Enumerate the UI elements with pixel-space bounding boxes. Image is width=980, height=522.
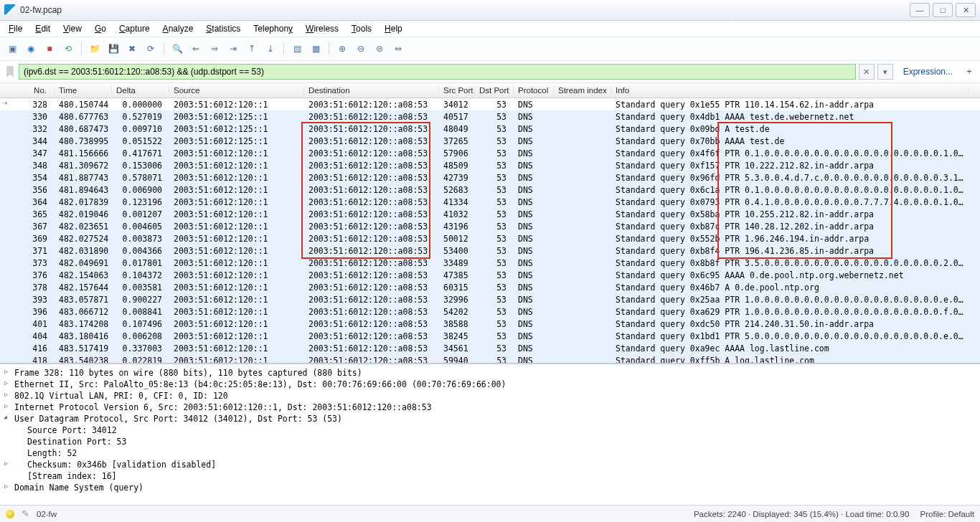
go-forward-icon[interactable]: ⇒: [207, 41, 222, 57]
packet-details-pane[interactable]: Frame 328: 110 bytes on wire (880 bits),…: [0, 364, 980, 507]
packet-row[interactable]: 376482.1540630.1043722003:51:6012:120::1…: [0, 269, 980, 281]
col-srcport[interactable]: Src Port: [439, 86, 475, 95]
menu-file[interactable]: File: [3, 22, 28, 35]
maximize-button[interactable]: □: [933, 3, 953, 17]
packet-list-pane[interactable]: ⇢ No. Time Delta Source Destination Src …: [0, 83, 980, 364]
filter-toolbar: ✕ ▾ Expression... +: [0, 61, 980, 83]
packet-row[interactable]: 418483.5402380.0228192003:51:6012:120::1…: [0, 354, 980, 364]
find-icon[interactable]: 🔍: [169, 41, 185, 57]
packet-row[interactable]: 371482.0318900.0043662003:51:6012:120::1…: [0, 245, 980, 257]
resize-columns-icon[interactable]: ⇔: [390, 41, 406, 57]
tree-udp-length[interactable]: Length: 52: [1, 447, 979, 459]
main-toolbar: ▣ ◉ ■ ⟲ 📁 💾 ✖ ⟳ 🔍 ⇐ ⇒ ⇥ ⤒ ⤓ ▤ ▦ ⊕ ⊖ ⊜ ⇔: [0, 37, 980, 61]
status-profile[interactable]: Profile: Default: [920, 510, 974, 518]
packet-row[interactable]: 393483.0578710.9002272003:51:6012:120::1…: [0, 293, 980, 305]
save-file-icon[interactable]: 💾: [105, 41, 121, 57]
packet-row[interactable]: 348481.3096720.1530062003:51:6012:120::1…: [0, 159, 980, 171]
packet-row[interactable]: 354481.8877430.5780712003:51:6012:120::1…: [0, 171, 980, 184]
status-file: 02-fw: [37, 510, 57, 518]
col-stream[interactable]: Stream index: [554, 86, 611, 95]
packet-row[interactable]: 365482.0190460.0012072003:51:6012:120::1…: [0, 208, 980, 220]
tree-udp-stream[interactable]: [Stream index: 16]: [1, 470, 979, 482]
close-file-icon[interactable]: ✖: [124, 41, 140, 57]
packet-row[interactable]: 356481.8946430.0069002003:51:6012:120::1…: [0, 184, 980, 196]
tree-dns[interactable]: Domain Name System (query): [1, 482, 979, 493]
packet-row[interactable]: 401483.1742080.1074962003:51:6012:120::1…: [0, 318, 980, 330]
zoom-out-icon[interactable]: ⊖: [353, 41, 369, 57]
menu-capture[interactable]: Capture: [113, 22, 156, 35]
tree-ethernet[interactable]: Ethernet II, Src: PaloAlto_05:8e:13 (b4:…: [1, 379, 979, 390]
packet-row[interactable]: 330480.6777630.5270192003:51:6012:125::1…: [0, 110, 980, 123]
expression-button[interactable]: Expression...: [896, 67, 960, 77]
clear-filter-button[interactable]: ✕: [859, 64, 875, 80]
menu-telephony[interactable]: Telephony: [248, 22, 298, 35]
menu-wireless[interactable]: Wireless: [300, 22, 344, 35]
edit-comment-icon[interactable]: ✎: [22, 508, 29, 519]
go-last-icon[interactable]: ⤓: [263, 41, 278, 57]
packet-row[interactable]: 344480.7389950.0515222003:51:6012:125::1…: [0, 135, 980, 147]
tree-vlan[interactable]: 802.1Q Virtual LAN, PRI: 0, CFI: 0, ID: …: [1, 390, 979, 402]
tree-udp-srcport[interactable]: Source Port: 34012: [1, 424, 979, 436]
packet-row[interactable]: 332480.6874730.0097102003:51:6012:125::1…: [0, 123, 980, 135]
tree-frame[interactable]: Frame 328: 110 bytes on wire (880 bits),…: [1, 367, 979, 379]
tree-ipv6[interactable]: Internet Protocol Version 6, Src: 2003:5…: [1, 402, 979, 413]
col-dstport[interactable]: Dst Port: [475, 86, 514, 95]
packet-list-header[interactable]: No. Time Delta Source Destination Src Po…: [0, 83, 980, 98]
expert-info-icon[interactable]: [6, 510, 14, 518]
tree-udp-dstport[interactable]: Destination Port: 53: [1, 436, 979, 447]
menu-edit[interactable]: Edit: [29, 22, 56, 35]
col-time[interactable]: Time: [55, 86, 112, 95]
add-filter-button[interactable]: +: [963, 67, 976, 77]
col-protocol[interactable]: Protocol: [514, 86, 554, 95]
packet-row[interactable]: 364482.0178390.1231962003:51:6012:120::1…: [0, 196, 980, 208]
packet-row[interactable]: 347481.1566660.4176712003:51:6012:120::1…: [0, 147, 980, 159]
packet-row[interactable]: 369482.0275240.0038732003:51:6012:120::1…: [0, 232, 980, 245]
col-destination[interactable]: Destination: [304, 86, 439, 95]
app-icon: [4, 4, 16, 16]
packet-row[interactable]: 416483.5174190.3370032003:51:6012:120::1…: [0, 342, 980, 354]
menu-go[interactable]: Go: [89, 22, 112, 35]
col-source[interactable]: Source: [169, 86, 304, 95]
menu-tools[interactable]: Tools: [346, 22, 377, 35]
menu-bar: File Edit View Go Capture Analyze Statis…: [0, 21, 980, 37]
packet-row[interactable]: 396483.0667120.0088412003:51:6012:120::1…: [0, 305, 980, 318]
current-frame-icon: ⇢: [1, 99, 7, 107]
bookmark-icon[interactable]: [4, 66, 16, 77]
start-capture-icon[interactable]: ◉: [23, 41, 39, 57]
minimize-button[interactable]: —: [910, 3, 930, 17]
menu-statistics[interactable]: Statistics: [200, 22, 246, 35]
col-delta[interactable]: Delta: [112, 86, 169, 95]
filter-history-button[interactable]: ▾: [877, 64, 893, 80]
menu-view[interactable]: View: [57, 22, 88, 35]
restart-capture-icon[interactable]: ⟲: [60, 41, 76, 57]
packet-row[interactable]: 328480.1507440.0000002003:51:6012:120::1…: [0, 98, 980, 110]
packet-row[interactable]: 373482.0496910.0178012003:51:6012:120::1…: [0, 257, 980, 269]
go-first-icon[interactable]: ⤒: [244, 41, 260, 57]
window-title: 02-fw.pcap: [20, 5, 62, 15]
zoom-reset-icon[interactable]: ⊜: [372, 41, 387, 57]
go-back-icon[interactable]: ⇐: [188, 41, 204, 57]
status-bar: ✎ 02-fw Packets: 2240 · Displayed: 345 (…: [0, 505, 980, 522]
close-button[interactable]: ✕: [956, 3, 976, 17]
display-filter-input[interactable]: [19, 64, 856, 80]
packet-row[interactable]: 367482.0236510.0046052003:51:6012:120::1…: [0, 220, 980, 232]
col-info[interactable]: Info: [611, 86, 969, 95]
open-file-icon[interactable]: 📁: [87, 41, 103, 57]
packet-row[interactable]: 378482.1576440.0035812003:51:6012:120::1…: [0, 281, 980, 293]
stop-capture-icon[interactable]: ■: [42, 41, 57, 57]
status-packets: Packets: 2240 · Displayed: 345 (15.4%) ·…: [694, 510, 909, 518]
menu-help[interactable]: Help: [379, 22, 408, 35]
col-no[interactable]: No.: [0, 86, 55, 95]
packet-row[interactable]: 404483.1804160.0062082003:51:6012:120::1…: [0, 330, 980, 342]
tree-udp-checksum[interactable]: Checksum: 0x346b [validation disabled]: [1, 459, 979, 470]
zoom-in-icon[interactable]: ⊕: [334, 41, 350, 57]
menu-analyze[interactable]: Analyze: [157, 22, 199, 35]
interfaces-icon[interactable]: ▣: [4, 41, 20, 57]
tree-udp[interactable]: User Datagram Protocol, Src Port: 34012 …: [1, 413, 979, 424]
auto-scroll-icon[interactable]: ▤: [289, 41, 305, 57]
colorize-icon[interactable]: ▦: [308, 41, 324, 57]
reload-icon[interactable]: ⟳: [143, 41, 159, 57]
jump-to-icon[interactable]: ⇥: [225, 41, 241, 57]
title-bar: 02-fw.pcap — □ ✕: [0, 0, 980, 21]
